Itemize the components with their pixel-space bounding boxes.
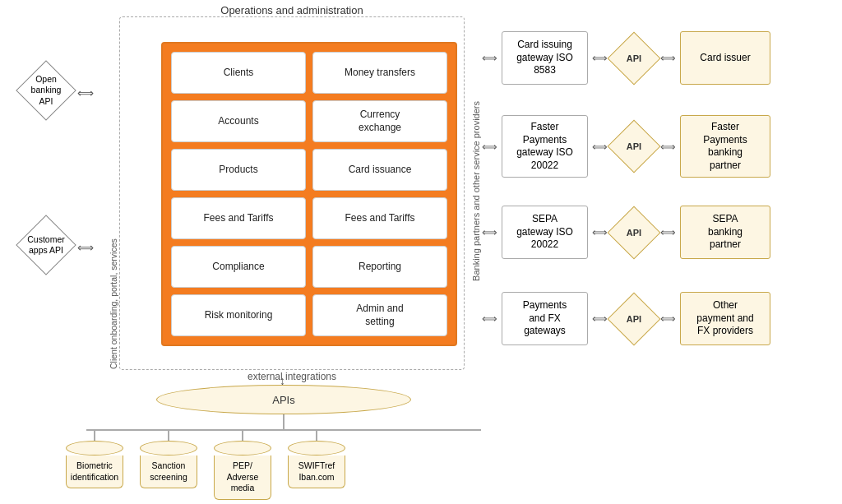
provider-fx: Otherpayment andFX providers — [680, 292, 770, 345]
cylinder-pep: PEP/Adversemedia — [214, 429, 271, 500]
cell-fees-tariffs-1: Fees and Tariffs — [171, 197, 306, 239]
arrow-card-issuing-mid: ⟺ — [592, 53, 608, 63]
arrow-card-issuing-right: ⟺ — [660, 53, 676, 63]
cyl-line-swift — [316, 429, 317, 441]
apis-ellipse: APIs — [156, 385, 411, 414]
cyl-line-sanction — [168, 429, 169, 441]
gateway-faster-payments-box: FasterPaymentsgateway ISO20022 — [502, 115, 588, 178]
cell-accounts: Accounts — [171, 100, 306, 142]
open-banking-api-label: OpenbankingAPI — [31, 74, 62, 106]
api-label-faster-payments: API — [627, 141, 641, 151]
cell-reporting: Reporting — [312, 246, 447, 288]
cyl-body-biometric: Biometricidentification — [66, 455, 123, 488]
api-diamond-card-issuing: API — [612, 36, 656, 81]
gateway-row-card-issuing: ⟺ Card issuinggateway ISO8583 ⟺ API ⟺ Ca… — [482, 31, 770, 85]
api-diamond-sepa: API — [612, 210, 656, 255]
cell-card-issuance: Card issuance — [312, 149, 447, 191]
api-label-fx: API — [627, 314, 641, 324]
cyl-top-sanction — [140, 441, 197, 455]
cylinder-sanction: Sanctionscreening — [140, 429, 197, 488]
cyl-body-swift: SWIFTrefIban.com — [288, 455, 345, 488]
gateway-sepa-box: SEPAgateway ISO20022 — [502, 206, 588, 259]
api-label-sepa: API — [627, 228, 641, 238]
cylinder-swift: SWIFTrefIban.com — [288, 429, 345, 488]
arrow-sepa-left: ⟺ — [482, 227, 497, 238]
cell-clients: Clients — [171, 52, 306, 94]
cyl-top-pep — [214, 441, 271, 455]
arrow-card-issuing-left: ⟺ — [482, 53, 497, 63]
outer-box-title: Operations and administration — [215, 4, 368, 16]
arrow-fx-mid: ⟺ — [592, 313, 608, 324]
arrow-sepa-right: ⟺ — [660, 227, 676, 238]
open-banking-arrow: ⟺ — [77, 87, 94, 99]
customer-apps-api-container: Customerapps API — [15, 222, 77, 268]
customer-apps-arrow: ⟺ — [77, 242, 94, 253]
gateway-payments-fx-box: Paymentsand FXgateways — [502, 292, 588, 345]
cell-risk-monitoring: Risk monitoring — [171, 294, 306, 336]
open-banking-api-diamond: OpenbankingAPI — [15, 67, 77, 113]
cyl-body-pep: PEP/Adversemedia — [214, 455, 271, 500]
cylinders-row: Biometricidentification Sanctionscreenin… — [66, 429, 345, 500]
cyl-top-swift — [288, 441, 345, 455]
cell-admin-setting: Admin andsetting — [312, 294, 447, 336]
cell-money-transfers: Money transfers — [312, 52, 447, 94]
provider-card-issuer: Card issuer — [680, 31, 770, 85]
api-label-card-issuing: API — [627, 53, 641, 63]
api-diamond-faster-payments: API — [612, 124, 656, 169]
cell-currency-exchange: Currencyexchange — [312, 100, 447, 142]
inner-box: Clients Money transfers Accounts Currenc… — [161, 42, 457, 346]
gateway-row-sepa: ⟺ SEPAgateway ISO20022 ⟺ API ⟺ SEPAbanki… — [482, 206, 770, 259]
cyl-line-biometric — [94, 429, 95, 441]
arrow-faster-right: ⟺ — [660, 141, 676, 152]
gateway-row-faster-payments: ⟺ FasterPaymentsgateway ISO20022 ⟺ API ⟺… — [482, 115, 770, 178]
arrow-faster-left: ⟺ — [482, 141, 497, 152]
cylinder-biometric: Biometricidentification — [66, 429, 123, 488]
cyl-body-sanction: Sanctionscreening — [140, 455, 197, 488]
gateway-row-payments-fx: ⟺ Paymentsand FXgateways ⟺ API ⟺ Otherpa… — [482, 292, 770, 345]
cyl-top-biometric — [66, 441, 123, 455]
customer-apps-api-diamond: Customerapps API — [15, 222, 77, 268]
outer-box: Operations and administration Client onb… — [119, 16, 465, 370]
open-banking-api-container: OpenbankingAPI — [15, 67, 77, 113]
cell-compliance: Compliance — [171, 246, 306, 288]
arrow-sepa-mid: ⟺ — [592, 227, 608, 238]
arrow-fx-left: ⟺ — [482, 313, 497, 324]
cyl-line-pep — [242, 429, 243, 441]
cell-fees-tariffs-2: Fees and Tariffs — [312, 197, 447, 239]
side-label-text: Client onboarding, portal, services — [109, 238, 118, 369]
gateway-card-issuing-box: Card issuinggateway ISO8583 — [502, 31, 588, 85]
customer-apps-api-label: Customerapps API — [27, 234, 65, 256]
api-diamond-fx: API — [612, 297, 656, 341]
provider-faster-payments: FasterPaymentsbankingpartner — [680, 115, 770, 178]
provider-sepa: SEPAbankingpartner — [680, 206, 770, 259]
diagram: OpenbankingAPI ⟺ Customerapps API ⟺ Oper… — [0, 0, 842, 504]
apis-label: APIs — [272, 394, 294, 406]
outer-box-bottom-title: external integrations — [243, 371, 341, 382]
apis-to-cylinders-line — [283, 414, 285, 429]
side-label: Client onboarding, portal, services — [109, 17, 118, 369]
arrow-fx-right: ⟺ — [660, 313, 676, 324]
right-side-label-container: Banking partners and other service provi… — [471, 21, 481, 362]
cell-products: Products — [171, 149, 306, 191]
right-side-label: Banking partners and other service provi… — [471, 101, 481, 281]
arrow-faster-mid: ⟺ — [592, 141, 608, 152]
